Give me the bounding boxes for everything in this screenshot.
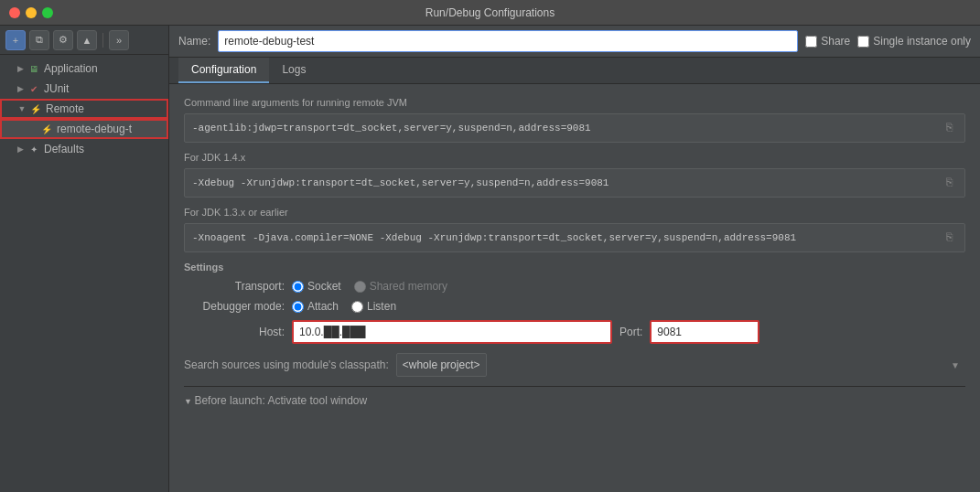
more-button[interactable]: » xyxy=(109,30,129,50)
tabs-bar: Configuration Logs xyxy=(169,58,980,84)
icon-remote-config: ⚡ xyxy=(40,123,53,135)
sidebar-tree: ▶ 🖥 Application ▶ ✔ JUnit ▼ ⚡ Remote ⚡ r… xyxy=(0,55,168,492)
before-launch-section: Before launch: Activate tool window xyxy=(184,386,965,407)
debugger-attach-option[interactable]: Attach xyxy=(292,300,339,313)
classpath-row: Search sources using module's classpath:… xyxy=(184,353,965,377)
transport-radio-group: Socket Shared memory xyxy=(292,280,447,293)
sidebar-item-defaults[interactable]: ▶ ✦ Defaults xyxy=(0,139,168,159)
label-defaults: Defaults xyxy=(44,143,84,155)
title-bar: Run/Debug Configurations xyxy=(0,0,980,26)
arrow-application: ▶ xyxy=(15,63,26,74)
icon-remote: ⚡ xyxy=(29,102,42,115)
window-controls xyxy=(9,7,53,18)
share-label: Share xyxy=(821,35,850,48)
debugger-listen-option[interactable]: Listen xyxy=(351,300,396,313)
settings-section: Settings Transport: Socket Shared memory xyxy=(184,262,965,344)
host-port-row: Host: Port: xyxy=(184,320,965,344)
debugger-mode-row: Debugger mode: Attach Listen xyxy=(184,300,965,313)
copy-jdk14-icon[interactable]: ⎘ xyxy=(941,175,957,191)
jvm-section-label: Command line arguments for running remot… xyxy=(184,97,965,108)
sidebar: + ⧉ ⚙ ▲ » ▶ 🖥 Application xyxy=(0,26,169,492)
transport-row: Transport: Socket Shared memory xyxy=(184,280,965,293)
transport-shared-memory-option[interactable]: Shared memory xyxy=(354,280,447,293)
single-instance-row: Single instance only xyxy=(857,35,971,48)
arrow-remote-config xyxy=(27,123,38,134)
tab-configuration[interactable]: Configuration xyxy=(178,58,269,83)
share-checkbox[interactable] xyxy=(805,36,817,48)
host-label: Host: xyxy=(184,326,285,338)
sidebar-toolbar: + ⧉ ⚙ ▲ » xyxy=(0,26,168,55)
jdk14-label: For JDK 1.4.x xyxy=(184,152,965,163)
icon-defaults: ✦ xyxy=(27,143,40,155)
transport-label: Transport: xyxy=(184,280,285,293)
main-layout: + ⧉ ⚙ ▲ » ▶ 🖥 Application xyxy=(0,26,980,492)
classpath-select[interactable]: <whole project> xyxy=(396,353,487,377)
up-button[interactable]: ▲ xyxy=(77,30,97,50)
jdk14-args-text: -Xdebug -Xrunjdwp:transport=dt_socket,se… xyxy=(192,177,941,188)
toolbar-divider xyxy=(102,33,103,48)
transport-socket-radio[interactable] xyxy=(292,281,304,293)
maximize-button[interactable] xyxy=(42,7,53,18)
jdk13-args-text: -Xnoagent -Djava.compiler=NONE -Xdebug -… xyxy=(192,232,941,243)
content-area: Name: Share Single instance only Configu… xyxy=(169,26,980,492)
jdk14-args-box: -Xdebug -Xrunjdwp:transport=dt_socket,se… xyxy=(184,168,965,198)
debugger-mode-label: Debugger mode: xyxy=(184,300,285,313)
classpath-dropdown-arrow-icon: ▼ xyxy=(951,360,960,370)
header-right: Share Single instance only xyxy=(805,35,971,48)
label-remote-debug-test: remote-debug-t xyxy=(57,123,132,135)
classpath-select-wrapper: <whole project> ▼ xyxy=(396,353,965,377)
settings-button[interactable]: ⚙ xyxy=(53,30,73,50)
sidebar-item-junit[interactable]: ▶ ✔ JUnit xyxy=(0,79,168,99)
share-checkbox-row: Share xyxy=(805,35,850,48)
window-title: Run/Debug Configurations xyxy=(425,6,555,19)
add-button[interactable]: + xyxy=(5,30,26,50)
jvm-args-box: -agentlib:jdwp=transport=dt_socket,serve… xyxy=(184,113,965,143)
sidebar-item-remote[interactable]: ▼ ⚡ Remote xyxy=(0,99,168,119)
name-label: Name: xyxy=(178,35,210,48)
debugger-radio-group: Attach Listen xyxy=(292,300,396,313)
minimize-button[interactable] xyxy=(26,7,37,18)
top-row: Name: Share Single instance only xyxy=(169,26,980,58)
debugger-attach-radio[interactable] xyxy=(292,301,304,313)
tab-logs[interactable]: Logs xyxy=(269,58,318,83)
transport-shared-memory-radio[interactable] xyxy=(354,281,366,293)
icon-application: 🖥 xyxy=(27,62,40,75)
name-input[interactable] xyxy=(218,30,798,52)
arrow-junit: ▶ xyxy=(15,83,26,94)
copy-button[interactable]: ⧉ xyxy=(29,30,49,50)
before-launch-label[interactable]: Before launch: Activate tool window xyxy=(184,394,367,407)
jdk13-args-box: -Xnoagent -Djava.compiler=NONE -Xdebug -… xyxy=(184,223,965,252)
name-row: Name: xyxy=(178,30,798,52)
label-application: Application xyxy=(44,62,98,75)
single-instance-label: Single instance only xyxy=(873,35,971,48)
debugger-listen-radio[interactable] xyxy=(351,301,363,313)
single-instance-checkbox[interactable] xyxy=(857,36,869,48)
icon-junit: ✔ xyxy=(27,82,40,95)
content-body: Command line arguments for running remot… xyxy=(169,84,980,492)
port-label: Port: xyxy=(619,326,642,338)
label-junit: JUnit xyxy=(44,82,69,95)
arrow-remote: ▼ xyxy=(16,103,27,114)
sidebar-item-remote-debug-test[interactable]: ⚡ remote-debug-t xyxy=(0,119,168,139)
port-input[interactable] xyxy=(650,320,759,344)
transport-socket-option[interactable]: Socket xyxy=(292,280,341,293)
host-input[interactable] xyxy=(292,320,612,344)
jvm-args-text: -agentlib:jdwp=transport=dt_socket,serve… xyxy=(192,123,941,134)
copy-jvm-icon[interactable]: ⎘ xyxy=(941,120,957,136)
sidebar-item-application[interactable]: ▶ 🖥 Application xyxy=(0,59,168,79)
settings-title: Settings xyxy=(184,262,965,273)
label-remote: Remote xyxy=(46,102,84,115)
classpath-label: Search sources using module's classpath: xyxy=(184,358,389,371)
copy-jdk13-icon[interactable]: ⎘ xyxy=(941,230,957,246)
arrow-defaults: ▶ xyxy=(15,144,26,155)
close-button[interactable] xyxy=(9,7,20,18)
jdk13-label: For JDK 1.3.x or earlier xyxy=(184,207,965,218)
